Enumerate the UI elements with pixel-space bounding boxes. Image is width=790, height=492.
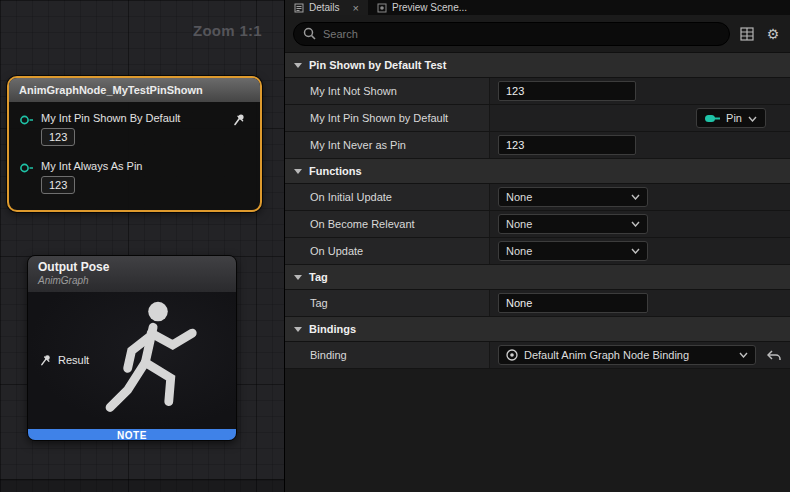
- section-title: Bindings: [309, 323, 356, 335]
- binding-combo[interactable]: Default Anim Graph Node Binding: [498, 345, 756, 365]
- chevron-down-icon: [294, 169, 302, 174]
- search-input[interactable]: [323, 28, 720, 40]
- combo-value: Default Anim Graph Node Binding: [524, 349, 689, 361]
- property-label: Binding: [285, 342, 490, 368]
- note-bubble[interactable]: NOTE: [28, 429, 236, 441]
- pin-dropdown-value: Pin: [726, 112, 742, 124]
- node-title[interactable]: AnimGraphNode_MyTestPinShown: [9, 78, 260, 102]
- row-my-int-never-as-pin: My Int Never as Pin: [285, 132, 790, 159]
- zoom-level: Zoom 1:1: [193, 22, 262, 39]
- output-node-header[interactable]: Output Pose AnimGraph: [28, 256, 236, 292]
- tab-details-label: Details: [309, 2, 340, 13]
- tab-bar: Details × Preview Scene...: [285, 0, 790, 15]
- row-on-become-relevant: On Become Relevant None: [285, 211, 790, 238]
- pin-value-field[interactable]: 123: [41, 128, 75, 146]
- row-on-initial-update: On Initial Update None: [285, 184, 790, 211]
- chevron-down-icon: [748, 112, 757, 124]
- result-pose-icon: [40, 354, 52, 366]
- int-pin-icon[interactable]: [19, 162, 34, 174]
- search-row: ⚙: [285, 15, 790, 53]
- combo-value: None: [506, 245, 532, 257]
- anim-graph-node[interactable]: AnimGraphNode_MyTestPinShown My Int Pin …: [7, 76, 262, 212]
- chevron-down-icon: [294, 63, 302, 68]
- search-box[interactable]: [293, 22, 730, 46]
- node-body: My Int Pin Shown By Default 123: [9, 102, 260, 212]
- section-header-pin-shown[interactable]: Pin Shown by Default Test: [285, 53, 790, 78]
- section-header-functions[interactable]: Functions: [285, 159, 790, 184]
- binding-icon: [506, 349, 518, 361]
- on-become-relevant-combo[interactable]: None: [498, 214, 648, 234]
- section-title: Pin Shown by Default Test: [309, 59, 446, 71]
- output-node-subtitle: AnimGraph: [38, 275, 236, 286]
- tab-preview-label: Preview Scene...: [392, 2, 467, 13]
- chevron-down-icon: [739, 352, 748, 358]
- property-label: Tag: [285, 290, 490, 316]
- property-value-cell: [490, 78, 790, 104]
- tag-input[interactable]: [498, 293, 648, 313]
- close-tab-icon[interactable]: ×: [353, 2, 359, 14]
- pin-content: My Int Pin Shown By Default 123: [41, 112, 180, 146]
- pin-visibility-icon[interactable]: [233, 112, 246, 130]
- row-my-int-pin-shown: My Int Pin Shown by Default Pin: [285, 105, 790, 132]
- my-int-never-as-pin-input[interactable]: [498, 135, 636, 155]
- property-value-cell: None: [490, 238, 790, 264]
- on-initial-update-combo[interactable]: None: [498, 187, 648, 207]
- pin-label: My Int Pin Shown By Default: [41, 112, 180, 124]
- app-root: Zoom 1:1 AnimGraphNode_MyTestPinShown My…: [0, 0, 790, 492]
- output-node-title: Output Pose: [38, 260, 236, 274]
- pin-content: My Int Always As Pin 123: [41, 160, 142, 194]
- property-value-cell: None: [490, 211, 790, 237]
- pin-dropdown-button[interactable]: Pin: [696, 108, 766, 128]
- settings-gear-icon[interactable]: ⚙: [764, 25, 782, 43]
- property-value-cell: None: [490, 184, 790, 210]
- property-label: My Int Not Shown: [285, 78, 490, 104]
- row-on-update: On Update None: [285, 238, 790, 265]
- result-pin[interactable]: Result: [40, 354, 89, 366]
- details-empty-area: [285, 369, 790, 492]
- property-label: My Int Never as Pin: [285, 132, 490, 158]
- int-pin-icon[interactable]: [19, 114, 34, 126]
- property-label: On Initial Update: [285, 184, 490, 210]
- combo-value: None: [506, 218, 532, 230]
- property-value-cell: [490, 290, 790, 316]
- graph-editor-canvas[interactable]: Zoom 1:1 AnimGraphNode_MyTestPinShown My…: [0, 0, 285, 492]
- graph-bottom-edge: [0, 479, 284, 492]
- section-title: Tag: [309, 271, 328, 283]
- row-tag: Tag: [285, 290, 790, 317]
- combo-value: None: [506, 191, 532, 203]
- reset-binding-icon[interactable]: [767, 350, 782, 361]
- node-pin[interactable]: My Int Always As Pin 123: [19, 160, 142, 194]
- chevron-down-icon: [631, 248, 640, 254]
- section-header-bindings[interactable]: Bindings: [285, 317, 790, 342]
- chevron-down-icon: [631, 194, 640, 200]
- my-int-not-shown-input[interactable]: [498, 81, 636, 101]
- property-value-cell: [490, 132, 790, 158]
- property-label: My Int Pin Shown by Default: [285, 105, 490, 131]
- row-binding: Binding Default Anim Graph Node Binding: [285, 342, 790, 369]
- result-pin-label: Result: [58, 354, 89, 366]
- pin-value-field[interactable]: 123: [41, 176, 75, 194]
- mannequin-figure: [83, 292, 233, 429]
- output-node-body: Result: [28, 292, 236, 429]
- output-pose-node[interactable]: Output Pose AnimGraph: [27, 255, 237, 441]
- property-value-cell: Default Anim Graph Node Binding: [490, 342, 790, 368]
- pin-label: My Int Always As Pin: [41, 160, 142, 172]
- pin-icon: [705, 114, 720, 123]
- details-panel: Details × Preview Scene...: [285, 0, 790, 492]
- details-tab-icon: [294, 3, 304, 13]
- on-update-combo[interactable]: None: [498, 241, 648, 261]
- row-my-int-not-shown: My Int Not Shown: [285, 78, 790, 105]
- section-header-tag[interactable]: Tag: [285, 265, 790, 290]
- node-pin[interactable]: My Int Pin Shown By Default 123: [19, 112, 180, 146]
- property-label: On Update: [285, 238, 490, 264]
- tab-preview-scene[interactable]: Preview Scene...: [368, 0, 476, 15]
- property-label: On Become Relevant: [285, 211, 490, 237]
- chevron-down-icon: [631, 221, 640, 227]
- view-options-icon[interactable]: [738, 25, 756, 43]
- chevron-down-icon: [294, 327, 302, 332]
- property-value-cell: Pin: [490, 105, 790, 131]
- tab-details[interactable]: Details ×: [285, 0, 368, 15]
- section-title: Functions: [309, 165, 362, 177]
- preview-tab-icon: [377, 3, 387, 13]
- chevron-down-icon: [294, 275, 302, 280]
